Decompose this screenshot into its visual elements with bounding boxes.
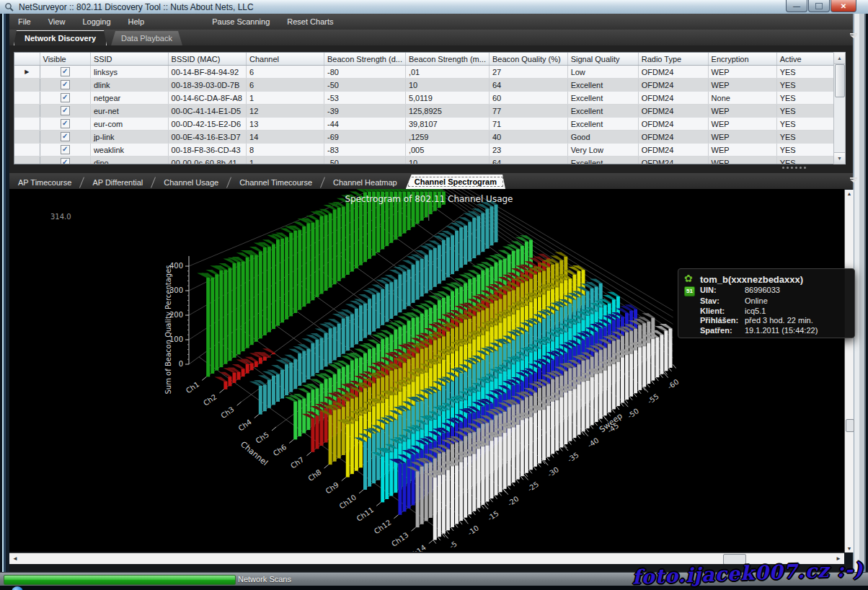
bar-Ch4 [495,205,498,242]
bar-Ch1 [250,255,254,345]
menu-action-pause-scanning[interactable]: Pause Scanning [203,14,278,30]
bar-Ch11 [385,453,389,499]
row-selector[interactable] [14,118,40,131]
bar-Ch1 [359,196,363,265]
bar-Ch4 [289,363,293,392]
chart-scroll-up-icon[interactable]: ▲ [845,191,854,196]
chart-scroll-left-icon[interactable]: ◄ [9,553,21,565]
bar-Ch4 [485,208,489,249]
table-row[interactable]: ✓eur-com00-0D-42-15-E2-D613-4439,810771E… [14,118,834,131]
cell-active: YES [776,157,833,165]
row-selector[interactable] [14,157,40,165]
bar-Ch6 [302,398,306,433]
table-row[interactable]: ✓netgear00-14-6C-DA-8F-A81-535,011960Exc… [14,92,834,105]
cell-bssid: 00-18-F8-36-CD-43 [168,144,246,157]
cell-channel: 1 [247,92,324,105]
chart-autohide-pin-icon[interactable] [849,177,858,185]
table-row[interactable]: ✓dlink00-18-39-03-0D-7B6-501064Excellent… [14,79,834,92]
row-selector[interactable]: ▶ [14,66,40,79]
bar-Ch14 [568,391,572,441]
visible-checkbox[interactable]: ✓ [61,158,70,164]
cell-ssid: weaklink [90,144,168,157]
visible-checkbox[interactable]: ✓ [61,132,70,141]
column-header-beacon-strength-m-[interactable]: Beacon Strength (m... [405,53,489,66]
svg-text:Ch5: Ch5 [254,431,270,445]
cell-encryption: WEP [708,79,776,92]
bar-Ch6 [508,255,511,283]
maximize-button[interactable] [808,0,830,12]
column-header-active[interactable]: Active [776,53,833,66]
chart-tab-ap-timecourse[interactable]: AP Timecourse [9,175,80,189]
table-row[interactable]: ✓eur-net00-0C-41-14-E1-D512-39125,892577… [14,105,834,118]
cell-strength_dbm: -50 [324,79,405,92]
svg-text:Ch14: Ch14 [407,543,428,552]
bar-Ch4 [389,282,393,319]
chart-tab-ap-differential[interactable]: AP Differential [84,175,151,189]
minimize-button[interactable]: — [786,0,807,12]
bar-Ch4 [472,218,476,258]
column-header-signal-quality[interactable]: Signal Quality [567,53,638,66]
bar-Ch1 [285,237,288,320]
bar-Ch14 [647,343,650,384]
table-row[interactable]: ▶✓linksys00-14-BF-84-94-926-80,0127LowOF… [14,66,834,79]
column-header-channel[interactable]: Channel [247,53,324,66]
network-grid-panel: VisibleSSIDBSSID (MAC)ChannelBeacon Stre… [9,45,853,173]
menu-item-logging[interactable]: Logging [74,14,119,30]
column-header-ssid[interactable]: SSID [90,53,168,66]
table-row[interactable]: ✓weaklink00-18-F8-36-CD-438-83,00523Very… [14,144,834,157]
row-selector[interactable] [14,144,40,157]
bar-Ch1 [223,270,227,364]
chart-tab-channel-spectrogram[interactable]: Channel Spectrogram [406,175,505,189]
cell-signal: Excellent [567,92,638,105]
title-bar[interactable]: NetSurveyor :: 802.11 Discovery Tool :: … [0,0,868,14]
chart-tab-channel-timecourse[interactable]: Channel Timecourse [231,175,321,189]
maximize-icon [815,3,823,9]
visible-checkbox[interactable]: ✓ [61,80,70,89]
column-header-bssid-mac-[interactable]: BSSID (MAC) [168,53,246,66]
row-selector[interactable] [14,105,40,118]
bar-Ch14 [438,475,441,537]
visible-checkbox[interactable]: ✓ [61,145,70,154]
row-selector[interactable] [14,92,40,105]
visible-checkbox[interactable]: ✓ [61,67,70,76]
splitter-grip[interactable] [782,167,806,169]
tab-network-discovery[interactable]: Network Discovery [14,30,107,45]
menu-item-file[interactable]: File [9,14,40,30]
bar-Ch1 [215,274,218,370]
row-selector[interactable] [14,131,40,144]
menu-item-view[interactable]: View [40,14,74,30]
column-header-radio-type[interactable]: Radio Type [638,53,708,66]
column-header-beacon-quality-[interactable]: Beacon Quality (%) [489,53,567,66]
chart-vscroll-thumb[interactable] [846,419,854,432]
bar-Ch13 [425,463,428,521]
chart-vertical-scrollbar[interactable]: ▲ ▼ [844,190,854,552]
close-button[interactable]: ✕ [831,0,856,12]
tooltip-field-label: Přihlášen: [700,316,745,326]
grid-scroll-thumb[interactable] [835,64,845,97]
bar-Ch14 [512,428,515,483]
table-row[interactable]: ✓jp-link00-0E-43-16-E3-D714-69,125940Goo… [14,131,834,144]
scroll-up-icon[interactable]: ▲ [834,53,845,64]
chart-tab-channel-usage[interactable]: Channel Usage [155,175,227,189]
row-selector[interactable] [14,79,40,92]
visible-checkbox[interactable]: ✓ [61,119,70,128]
svg-text:Ch12: Ch12 [373,518,393,535]
column-header-visible[interactable]: Visible [40,53,90,66]
cell-strength_dbm: -53 [324,92,405,105]
svg-text:Ch10: Ch10 [338,493,358,511]
bar-Ch11 [389,452,393,496]
table-row[interactable]: ✓dino00-00-0c-60-8b-411-501064ExcellentO… [14,157,834,165]
tab-data-playback[interactable]: Data Playback [111,31,182,45]
bar-Ch4 [468,222,471,262]
column-header-encryption[interactable]: Encryption [708,53,776,66]
visible-checkbox[interactable]: ✓ [61,106,70,115]
chart-tab-channel-heatmap[interactable]: Channel Heatmap [324,175,406,189]
chart-scroll-down-icon[interactable]: ▼ [845,546,854,551]
scroll-down-icon[interactable]: ▼ [834,152,845,164]
visible-checkbox[interactable]: ✓ [61,93,70,102]
menu-action-reset-charts[interactable]: Reset Charts [278,14,342,30]
column-header-beacon-strength-d-[interactable]: Beacon Strength (d... [324,53,405,66]
autohide-pin-icon[interactable] [849,33,858,41]
menu-item-help[interactable]: Help [120,14,154,30]
grid-vertical-scrollbar[interactable]: ▲ ▼ [833,52,846,164]
